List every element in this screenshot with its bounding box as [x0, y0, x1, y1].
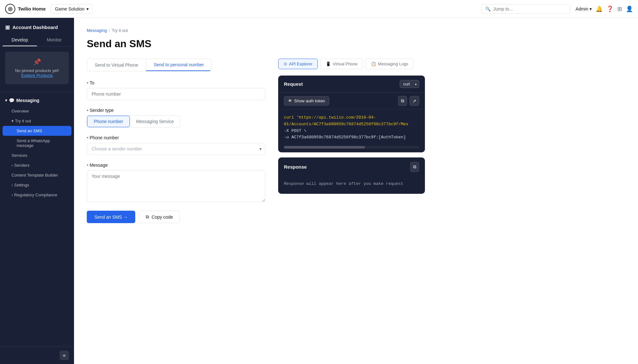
sidebar-bottom: « — [0, 346, 74, 364]
panel-tab-messaging-logs[interactable]: 📋 Messaging Logs — [366, 59, 414, 69]
sender-type-label: • Sender type — [87, 108, 265, 113]
settings-label: Settings — [14, 183, 29, 187]
explore-products-link[interactable]: Explore Products — [21, 73, 53, 78]
messaging-logs-label: Messaging Logs — [378, 62, 408, 66]
phone-icon: 📱 — [326, 62, 331, 66]
phone-number-label-text: Phone number — [90, 135, 119, 140]
response-content: Response will appear here after you make… — [278, 176, 425, 194]
response-header: Response ⧉ — [278, 157, 425, 176]
message-textarea[interactable] — [87, 170, 265, 202]
send-sms-button[interactable]: Send an SMS → — [87, 211, 135, 223]
code-scrollbar-thumb — [284, 146, 365, 149]
profile-button[interactable]: 👤 — [626, 5, 633, 12]
sidebar-collapse-button[interactable]: « — [60, 351, 69, 360]
search-icon: 🔍 — [485, 6, 491, 11]
chevron-right-icon: › — [11, 183, 13, 187]
regulatory-label: Regulatory Compliance — [14, 193, 57, 197]
sidebar-item-send-whatsapp[interactable]: Send a WhatsApp message — [3, 136, 71, 150]
notifications-button[interactable]: 🔔 — [596, 5, 603, 12]
sidebar-senders[interactable]: › Senders — [3, 160, 71, 170]
copy-response-button[interactable]: ⧉ — [410, 162, 419, 172]
phone-select-wrapper: Choose a sender number ▾ — [87, 143, 265, 155]
form-tabs: Send to Virtual Phone Send to personal n… — [87, 59, 212, 71]
sidebar-item-send-sms[interactable]: Send an SMS — [3, 126, 71, 136]
copy-icon: ⧉ — [146, 214, 149, 220]
response-box: Response ⧉ Response will appear here aft… — [278, 157, 425, 194]
phone-number-group: • Phone number Choose a sender number ▾ — [87, 135, 265, 155]
content-columns: Send to Virtual Phone Send to personal n… — [87, 59, 625, 223]
code-box-header: Request curl ▾ — [278, 76, 425, 93]
messaging-icon: 💬 — [9, 98, 14, 103]
tab-monitor[interactable]: Monitor — [37, 34, 71, 46]
admin-button[interactable]: Admin ▾ — [575, 6, 592, 11]
search-input[interactable] — [493, 6, 566, 11]
sidebar-messaging-section: ▾ 💬 Messaging Overview ▾ Try it out Send… — [0, 95, 74, 200]
code-action-buttons: ⧉ ↗ — [398, 96, 419, 106]
workspace-label: Game Solution — [55, 6, 85, 11]
sidebar-try-it-out[interactable]: ▾ Try it out — [3, 116, 71, 126]
tab-virtual-phone[interactable]: Send to Virtual Phone — [87, 59, 146, 71]
required-indicator: • — [87, 163, 88, 168]
search-bar: 🔍 — [481, 4, 570, 14]
lang-selector-wrapper: curl ▾ — [400, 80, 419, 88]
messaging-section-header[interactable]: ▾ 💬 Messaging — [3, 95, 71, 106]
form-actions: Send an SMS → ⧉ Copy code — [87, 211, 265, 223]
to-input[interactable] — [87, 88, 265, 100]
form-column: Send to Virtual Phone Send to personal n… — [87, 59, 265, 223]
chevron-down-icon: ▾ — [590, 6, 592, 11]
sidebar-item-content-template[interactable]: Content Template Builder — [3, 170, 71, 180]
panel-tabs: ⊙ API Explorer 📱 Virtual Phone 📋 Messagi… — [278, 59, 425, 69]
code-content: curl 'https://api.twilio.com/2010-04- 01… — [278, 109, 425, 146]
code-scrollbar[interactable] — [284, 146, 419, 149]
sidebar: ▣ Account Dashboard Develop Monitor 📌 No… — [0, 18, 74, 364]
pinned-empty-label: No pinned products yet! — [10, 68, 64, 73]
main-layout: ▣ Account Dashboard Develop Monitor 📌 No… — [0, 18, 638, 364]
services-label: Services — [11, 153, 27, 158]
copy-code-icon-button[interactable]: ⧉ — [398, 96, 407, 106]
code-line-3: -X POST \ — [284, 128, 419, 135]
sender-messaging-button[interactable]: Messaging Service — [130, 116, 180, 127]
panel-tab-virtual-phone[interactable]: 📱 Virtual Phone — [320, 59, 363, 69]
send-whatsapp-label: Send a WhatsApp message — [17, 138, 68, 148]
apps-button[interactable]: ⊞ — [617, 5, 622, 12]
sender-phone-button[interactable]: Phone number — [87, 116, 130, 127]
main-content: Messaging / Try it out Send an SMS Send … — [74, 18, 638, 364]
sidebar-settings[interactable]: › Settings — [3, 180, 71, 190]
senders-label: Senders — [14, 163, 29, 168]
chevron-right-icon: › — [11, 163, 13, 168]
external-link-button[interactable]: ↗ — [410, 96, 419, 106]
help-button[interactable]: ❓ — [606, 5, 613, 12]
phone-number-label: • Phone number — [87, 135, 265, 140]
logo-button[interactable]: ◎ Twilio Home — [5, 4, 46, 14]
response-title: Response — [284, 164, 307, 170]
chevron-down-icon: ▾ — [11, 119, 14, 123]
sidebar-item-services[interactable]: Services — [3, 150, 71, 160]
sidebar-item-overview[interactable]: Overview — [3, 106, 71, 116]
tab-develop[interactable]: Develop — [3, 34, 37, 46]
eye-icon: 👁 — [288, 98, 292, 103]
message-label-text: Message — [90, 163, 108, 168]
breadcrumb: Messaging / Try it out — [87, 28, 625, 33]
top-nav: ◎ Twilio Home Game Solution ▾ 🔍 Admin ▾ … — [0, 0, 638, 18]
panel-tab-api-explorer[interactable]: ⊙ API Explorer — [278, 59, 318, 69]
chevron-down-icon: ▾ — [5, 98, 7, 103]
copy-label: Copy code — [152, 215, 173, 220]
sender-type-buttons: Phone number Messaging Service — [87, 115, 181, 127]
code-line-1: curl 'https://api.twilio.com/2010-04- — [284, 114, 419, 121]
tab-personal-number[interactable]: Send to personal number — [146, 59, 211, 71]
overview-label: Overview — [11, 109, 29, 113]
phone-number-select[interactable]: Choose a sender number — [87, 143, 265, 155]
account-dashboard: ▣ Account Dashboard — [0, 18, 74, 34]
show-auth-label: Show auth token — [294, 98, 325, 103]
workspace-selector[interactable]: Game Solution ▾ — [51, 4, 93, 14]
logo-icon: ◎ — [5, 4, 15, 14]
breadcrumb-messaging-link[interactable]: Messaging — [87, 28, 107, 33]
sidebar-regulatory[interactable]: › Regulatory Compliance — [3, 190, 71, 200]
copy-code-button[interactable]: ⧉ Copy code — [139, 211, 180, 223]
to-label-text: To — [90, 80, 94, 85]
send-sms-label: Send an SMS → — [94, 215, 128, 220]
lang-selector[interactable]: curl — [400, 80, 419, 88]
required-indicator: • — [87, 80, 88, 85]
message-label: • Message — [87, 163, 265, 168]
show-auth-button[interactable]: 👁 Show auth token — [284, 96, 329, 106]
